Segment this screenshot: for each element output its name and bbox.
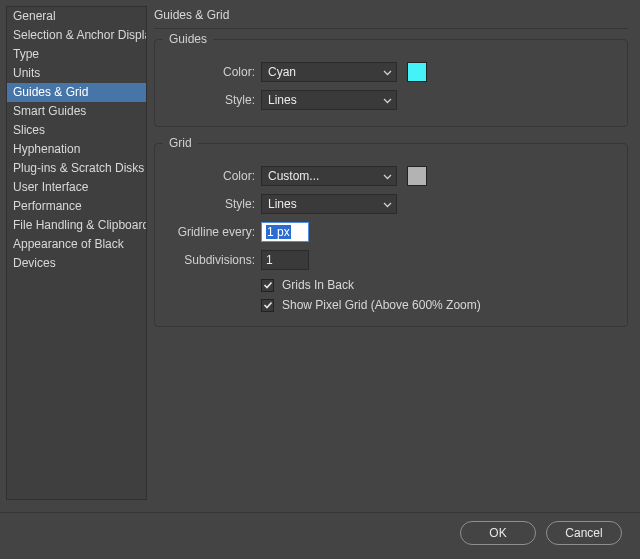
sidebar-item-user-interface[interactable]: User Interface <box>7 178 146 197</box>
grids-in-back-label: Grids In Back <box>282 278 354 292</box>
sidebar-item-type[interactable]: Type <box>7 45 146 64</box>
subdivisions-input[interactable]: 1 <box>261 250 309 270</box>
guides-legend: Guides <box>163 32 213 46</box>
sidebar-item-performance[interactable]: Performance <box>7 197 146 216</box>
dialog-footer: OK Cancel <box>0 512 640 552</box>
sidebar-item-smart-guides[interactable]: Smart Guides <box>7 102 146 121</box>
subdivisions-label: Subdivisions: <box>167 253 261 267</box>
subdivisions-value: 1 <box>266 253 273 267</box>
guides-color-select[interactable]: Cyan <box>261 62 397 82</box>
show-pixel-grid-label: Show Pixel Grid (Above 600% Zoom) <box>282 298 481 312</box>
sidebar-item-guides-grid[interactable]: Guides & Grid <box>7 83 146 102</box>
panel-divider <box>154 28 628 29</box>
grid-color-swatch[interactable] <box>407 166 427 186</box>
chevron-down-icon <box>383 68 392 77</box>
guides-style-value: Lines <box>268 93 297 107</box>
guides-style-select[interactable]: Lines <box>261 90 397 110</box>
guides-group: Guides Color: Cyan Style: Lines <box>154 39 628 127</box>
gridline-every-value: 1 px <box>266 225 291 239</box>
check-icon <box>263 300 273 310</box>
grid-group: Grid Color: Custom... Style: Lines <box>154 143 628 327</box>
preferences-sidebar: General Selection & Anchor Display Type … <box>6 6 147 500</box>
guides-color-value: Cyan <box>268 65 296 79</box>
grid-style-value: Lines <box>268 197 297 211</box>
cancel-button[interactable]: Cancel <box>546 521 622 545</box>
ok-button[interactable]: OK <box>460 521 536 545</box>
sidebar-item-slices[interactable]: Slices <box>7 121 146 140</box>
grid-color-select[interactable]: Custom... <box>261 166 397 186</box>
panel-title: Guides & Grid <box>154 6 628 28</box>
sidebar-item-plugins-scratch[interactable]: Plug-ins & Scratch Disks <box>7 159 146 178</box>
chevron-down-icon <box>383 96 392 105</box>
sidebar-item-appearance-black[interactable]: Appearance of Black <box>7 235 146 254</box>
chevron-down-icon <box>383 200 392 209</box>
guides-color-swatch[interactable] <box>407 62 427 82</box>
preferences-panel: Guides & Grid Guides Color: Cyan Style: … <box>154 6 628 343</box>
guides-style-label: Style: <box>167 93 261 107</box>
chevron-down-icon <box>383 172 392 181</box>
sidebar-item-units[interactable]: Units <box>7 64 146 83</box>
guides-color-label: Color: <box>167 65 261 79</box>
show-pixel-grid-checkbox[interactable] <box>261 299 274 312</box>
sidebar-item-file-handling[interactable]: File Handling & Clipboard <box>7 216 146 235</box>
grid-style-label: Style: <box>167 197 261 211</box>
sidebar-item-general[interactable]: General <box>7 7 146 26</box>
gridline-every-label: Gridline every: <box>167 225 261 239</box>
gridline-every-input[interactable]: 1 px <box>261 222 309 242</box>
grid-color-label: Color: <box>167 169 261 183</box>
sidebar-item-devices[interactable]: Devices <box>7 254 146 273</box>
grids-in-back-checkbox[interactable] <box>261 279 274 292</box>
grid-color-value: Custom... <box>268 169 319 183</box>
grid-legend: Grid <box>163 136 198 150</box>
grid-style-select[interactable]: Lines <box>261 194 397 214</box>
sidebar-item-selection-anchor[interactable]: Selection & Anchor Display <box>7 26 146 45</box>
sidebar-item-hyphenation[interactable]: Hyphenation <box>7 140 146 159</box>
check-icon <box>263 280 273 290</box>
